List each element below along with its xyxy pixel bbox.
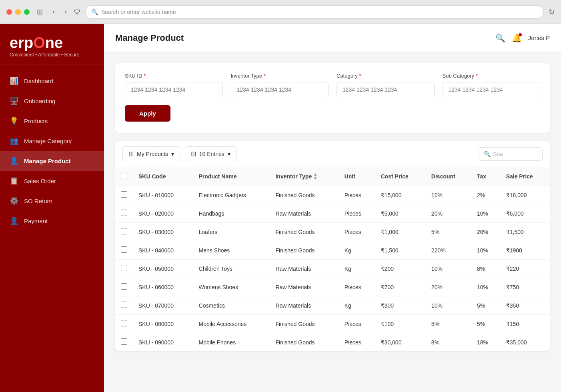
sidebar-item-dashboard[interactable]: 📊Dashboard [0,71,104,91]
table-search[interactable]: 🔍 Sea [479,147,543,161]
inventor-type-label: Inventor Type * [231,73,329,79]
inventor-type-input[interactable] [231,82,329,97]
products-icon: 💡 [10,116,18,125]
table-row: SKU - 090000 Mobile Phones Finished Good… [115,333,550,352]
logo-text: erpOne [10,35,94,50]
inventor-type-field: Inventor Type * [231,73,329,97]
close-button[interactable] [6,9,12,15]
my-products-label: My Products [137,151,168,157]
cell-cost-price: ₹15,000 [375,186,426,204]
header-search-button[interactable]: 🔍 [495,33,505,43]
cell-sku: SKU - 010000 [133,186,193,204]
cell-sku: SKU - 060000 [133,278,193,296]
th-discount: Discount [426,167,471,186]
cell-name: Mobile Phones [193,333,270,352]
row-checkbox-8[interactable] [121,338,127,345]
user-name: Jones P [528,34,550,41]
cell-inventor-type: Raw Materials [270,260,339,278]
row-checkbox-6[interactable] [121,302,127,308]
cell-sku: SKU - 050000 [133,260,193,278]
cell-sale-price: ₹1,500 [501,223,550,241]
row-checkbox-cell [115,241,133,260]
row-checkbox-0[interactable] [121,191,127,198]
table-row: SKU - 060000 Womens Shoes Raw Materials … [115,278,550,296]
cell-sku: SKU - 020000 [133,204,193,223]
cell-sale-price: ₹1900 [501,241,550,260]
sub-category-input[interactable] [443,82,541,97]
payment-icon: 👤 [10,216,18,225]
chevron-down-icon-2: ▾ [228,151,230,157]
row-checkbox-7[interactable] [121,320,127,326]
cell-sale-price: ₹350 [501,296,550,315]
sidebar-nav: 📊Dashboard🖥️Onboarding💡Products👥Manage C… [0,64,104,392]
chevron-down-icon: ▾ [171,151,174,157]
browser-chrome: ⊞ ‹ › 🛡 🔍 Search or enter website name ↻ [0,0,561,24]
notification-button[interactable]: 🔔 [512,33,522,43]
shield-icon: 🛡 [74,8,80,16]
cell-sale-price: ₹750 [501,278,550,296]
sidebar-item-onboarding[interactable]: 🖥️Onboarding [0,91,104,111]
category-input[interactable] [337,82,435,97]
sidebar-item-payment[interactable]: 👤Payment [0,211,104,231]
cell-sale-price: ₹220 [501,260,550,278]
row-checkbox-1[interactable] [121,210,127,216]
row-checkbox-3[interactable] [121,246,127,253]
url-bar[interactable]: 🔍 Search or enter website name [85,5,544,19]
minimize-button[interactable] [15,9,21,15]
cell-unit: Pieces [339,204,375,223]
cell-sku: SKU - 080000 [133,315,193,333]
cell-name: Mobile Accessories [193,315,270,333]
refresh-button[interactable]: ↻ [549,8,555,16]
sidebar-item-sales-order[interactable]: 📋Sales Order [0,171,104,191]
cell-cost-price: ₹100 [375,315,426,333]
required-star-4: * [476,73,478,79]
category-field: Category * [337,73,435,97]
entries-dropdown[interactable]: ⊟ 10 Entries ▾ [185,146,236,161]
sidebar-item-so-return[interactable]: ⚙️SO Return [0,191,104,211]
cell-inventor-type: Raw Materials [270,278,339,296]
row-checkbox-5[interactable] [121,283,127,290]
cell-sku: SKU - 040000 [133,241,193,260]
sidebar-item-label: Products [24,118,48,124]
sidebar-toggle-button[interactable]: ⊞ [34,7,45,17]
cell-unit: Kg [339,241,375,260]
sidebar-item-manage-product[interactable]: 👤Manage Product [0,151,104,171]
table-row: SKU - 080000 Mobile Accessories Finished… [115,315,550,333]
th-inventor-type[interactable]: Inventor Type ▲▼ [270,167,339,186]
logo-subtitle: Convenient • Affordable • Secure [10,52,94,58]
filter-card: SKU ID * Inventor Type * Category * [115,63,550,133]
apply-button[interactable]: Apply [125,105,170,122]
sidebar-item-label: Onboarding [24,98,55,104]
cell-unit: Pieces [339,315,375,333]
cell-name: Electronic Gadgets [193,186,270,204]
cell-name: Loafers [193,223,270,241]
cell-sale-price: ₹18,000 [501,186,550,204]
cell-unit: Kg [339,296,375,315]
cell-tax: 20% [471,223,501,241]
sub-category-label: Sub Category * [443,73,541,79]
sidebar-item-products[interactable]: 💡Products [0,111,104,131]
required-star-2: * [264,73,266,79]
row-checkbox-4[interactable] [121,265,127,271]
sidebar-item-manage-category[interactable]: 👥Manage Category [0,131,104,151]
main-content: Manage Product 🔍 🔔 Jones P SKU ID * [104,24,561,392]
cell-inventor-type: Finished Goods [270,186,339,204]
row-checkbox-2[interactable] [121,228,127,234]
my-products-dropdown[interactable]: ⊞ My Products ▾ [122,146,180,161]
maximize-button[interactable] [24,9,30,15]
sidebar-item-label: Sales Order [24,178,56,184]
forward-button[interactable]: › [62,7,69,17]
row-checkbox-cell [115,260,133,278]
notification-dot [519,33,522,36]
table-row: SKU - 050000 Children Toys Raw Materials… [115,260,550,278]
search-icon-table: 🔍 [484,151,491,157]
cell-discount: 10% [426,260,471,278]
cell-cost-price: ₹1,000 [375,223,426,241]
cell-sale-price: ₹6,000 [501,204,550,223]
select-all-checkbox[interactable] [121,173,127,179]
back-button[interactable]: ‹ [50,7,57,17]
cell-cost-price: ₹30,000 [375,333,426,352]
cell-discount: 5% [426,223,471,241]
cell-discount: 5% [426,315,471,333]
sku-id-input[interactable] [125,82,223,97]
